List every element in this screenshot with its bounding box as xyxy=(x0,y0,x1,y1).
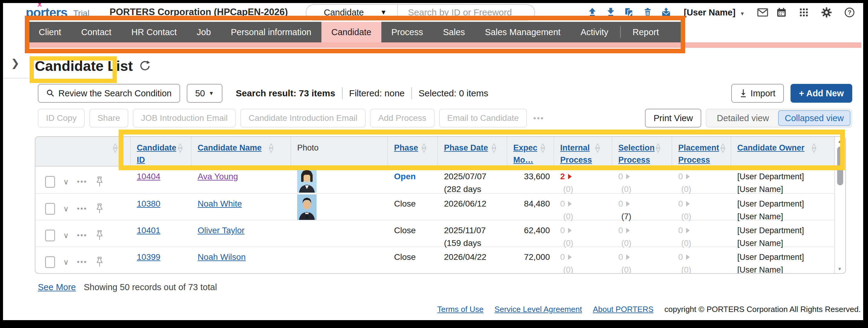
candidate-id-link[interactable]: 10399 xyxy=(137,252,160,262)
sort-icon[interactable]: △▽ xyxy=(178,143,183,153)
row-checkbox[interactable] xyxy=(45,230,55,241)
copy-edit-icon[interactable] xyxy=(624,7,634,18)
candidate-name-link[interactable]: Ava Young xyxy=(198,172,238,181)
placement-process-cell[interactable]: 0 (0) xyxy=(672,167,731,193)
calendar-icon[interactable] xyxy=(776,7,786,18)
nav-tab-sales-management[interactable]: Sales Management xyxy=(475,22,570,42)
row-more-icon[interactable]: ••• xyxy=(77,175,87,188)
row-expand-chevron-icon[interactable]: ∨ xyxy=(63,175,69,188)
selection-process-cell[interactable]: 0 (0) xyxy=(612,220,672,246)
nav-tab-activity[interactable]: Activity xyxy=(570,22,618,42)
column-header-placement-process[interactable]: Placement Process xyxy=(678,142,717,166)
pin-icon[interactable] xyxy=(96,176,103,187)
nav-tab-client[interactable]: Client xyxy=(29,22,71,42)
row-checkbox[interactable] xyxy=(45,203,55,215)
placement-process-cell[interactable]: 0 (0) xyxy=(672,194,731,220)
sort-icon[interactable]: △▽ xyxy=(656,143,660,153)
scrollbar-thumb[interactable] xyxy=(837,147,843,185)
row-expand-chevron-icon[interactable]: ∨ xyxy=(63,229,69,242)
scrollbar-down-icon[interactable]: ▼ xyxy=(837,266,842,271)
row-expand-chevron-icon[interactable]: ∨ xyxy=(63,202,69,215)
search-category-dropdown[interactable]: Candidate ▼ xyxy=(306,7,397,18)
candidate-photo[interactable] xyxy=(297,195,317,220)
add-new-button[interactable]: + Add New xyxy=(790,84,852,103)
nav-tab-contact[interactable]: Contact xyxy=(71,22,121,42)
nav-tab-candidate[interactable]: Candidate xyxy=(321,22,381,42)
row-expand-chevron-icon[interactable]: ∨ xyxy=(63,256,69,268)
table-scrollbar[interactable]: ▲ ▼ xyxy=(834,137,845,273)
selection-process-cell[interactable]: 0 (7) xyxy=(612,194,672,220)
candidate-id-link[interactable]: 10401 xyxy=(137,226,160,235)
sidebar-expand-chevron-icon[interactable]: ❯ xyxy=(11,57,20,69)
sort-icon[interactable]: △▽ xyxy=(113,143,117,153)
internal-process-cell[interactable]: 0 (0) xyxy=(554,220,612,246)
row-more-icon[interactable]: ••• xyxy=(77,256,87,268)
internal-process-cell[interactable]: 0 (0) xyxy=(554,194,612,220)
candidate-photo[interactable] xyxy=(297,167,317,192)
see-more-link[interactable]: See More xyxy=(38,282,76,292)
sort-icon[interactable]: △▽ xyxy=(721,143,725,153)
candidate-id-link[interactable]: 10380 xyxy=(137,199,160,208)
user-menu[interactable]: [User Name] ▼ xyxy=(684,7,745,18)
candidate-name-link[interactable]: Noah White xyxy=(198,199,242,208)
row-more-icon[interactable]: ••• xyxy=(77,202,87,215)
add-process-button[interactable]: Add Process xyxy=(370,109,435,127)
help-icon[interactable]: ? xyxy=(844,7,855,18)
share-button[interactable]: Share xyxy=(89,109,128,127)
column-header-candidate-name[interactable]: Candidate Name xyxy=(198,142,262,154)
scrollbar-up-icon[interactable]: ▲ xyxy=(837,139,842,144)
internal-process-cell[interactable]: 2 (0) xyxy=(554,167,612,193)
print-view-button[interactable]: Print View xyxy=(645,109,701,127)
id-copy-button[interactable]: ID Copy xyxy=(38,109,85,127)
terms-of-use-link[interactable]: Terms of Use xyxy=(437,305,484,314)
more-actions-icon[interactable]: ••• xyxy=(533,114,544,123)
row-checkbox[interactable] xyxy=(45,256,55,268)
mail-import-icon[interactable] xyxy=(661,7,671,18)
placement-process-cell[interactable]: 0 (0) xyxy=(672,220,731,246)
row-more-icon[interactable]: ••• xyxy=(77,229,87,242)
column-header-phase[interactable]: Phase xyxy=(394,142,418,154)
nav-tab-personal-information[interactable]: Personal information xyxy=(221,22,321,42)
trash-icon[interactable] xyxy=(643,7,653,18)
app-grid-icon[interactable] xyxy=(799,7,809,17)
gear-icon[interactable] xyxy=(821,7,832,18)
internal-process-cell[interactable]: 0 (0) xyxy=(554,247,612,273)
sort-icon[interactable]: △▽ xyxy=(492,143,496,153)
nav-tab-process[interactable]: Process xyxy=(381,22,433,42)
import-button[interactable]: Import xyxy=(731,84,784,103)
sort-icon[interactable]: △▽ xyxy=(812,143,816,153)
candidate-name-link[interactable]: Noah Wilson xyxy=(198,252,246,262)
page-size-dropdown[interactable]: 50 ▼ xyxy=(187,84,222,103)
export-icon[interactable] xyxy=(587,7,597,18)
pin-icon[interactable] xyxy=(96,230,103,241)
review-search-condition-button[interactable]: Review the Search Condition xyxy=(38,84,180,103)
candidate-name-link[interactable]: Oliver Taylor xyxy=(198,226,245,235)
detailed-view-button[interactable]: Detailed view xyxy=(708,113,778,123)
mail-icon[interactable] xyxy=(757,8,768,17)
placement-process-cell[interactable]: 0 (0) xyxy=(672,247,731,273)
nav-tab-report[interactable]: Report xyxy=(623,22,669,42)
candidate-id-link[interactable]: 10404 xyxy=(137,172,160,181)
nav-tab-job[interactable]: Job xyxy=(187,22,221,42)
collapsed-view-button[interactable]: Collapsed view xyxy=(778,110,850,126)
about-porters-link[interactable]: About PORTERS xyxy=(593,305,653,314)
sort-icon[interactable]: △▽ xyxy=(269,143,274,153)
sort-icon[interactable]: △▽ xyxy=(540,143,545,153)
refresh-icon[interactable] xyxy=(139,60,151,72)
nav-tab-hr-contact[interactable]: HR Contact xyxy=(121,22,187,42)
import-icon[interactable] xyxy=(606,7,616,18)
column-header-candidate-owner[interactable]: Candidate Owner xyxy=(737,142,804,154)
sort-icon[interactable]: △▽ xyxy=(422,143,427,153)
candidate-introduction-email-button[interactable]: Candidate Introduction Email xyxy=(240,109,366,127)
column-header-phase-date[interactable]: Phase Date xyxy=(444,142,488,154)
column-header-internal-process[interactable]: Internal Process xyxy=(560,142,592,166)
column-header-selection-process[interactable]: Selection Process xyxy=(618,142,652,166)
selection-process-cell[interactable]: 0 (0) xyxy=(612,167,672,193)
pin-icon[interactable] xyxy=(96,203,103,214)
email-to-candidate-button[interactable]: Email to Candidate xyxy=(439,109,527,127)
service-level-agreement-link[interactable]: Service Level Agreement xyxy=(495,305,582,314)
row-checkbox[interactable] xyxy=(45,176,55,188)
sort-icon[interactable]: △▽ xyxy=(595,143,600,153)
nav-tab-sales[interactable]: Sales xyxy=(433,22,475,42)
porters-logo[interactable]: porters xyxy=(26,5,67,20)
